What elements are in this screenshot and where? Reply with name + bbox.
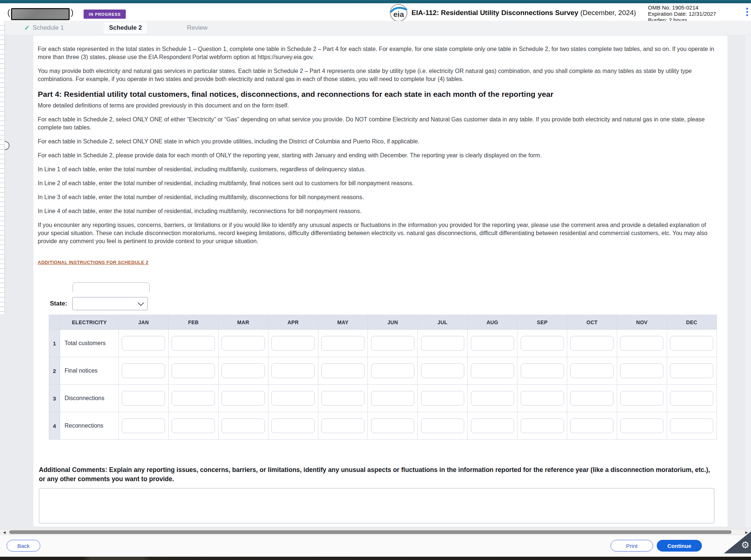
input-disconnections-apr[interactable] [271,391,315,406]
vertical-scrollbar[interactable] [745,35,751,527]
tab-label: Schedule 2 [109,24,142,32]
input-reconnections-mar[interactable] [221,418,265,433]
input-final-notices-oct[interactable] [570,363,613,378]
input-total-customers-oct[interactable] [570,336,613,351]
input-total-customers-nov[interactable] [620,336,663,351]
input-final-notices-sep[interactable] [521,363,564,378]
input-total-customers-jul[interactable] [421,336,464,351]
continue-button[interactable]: Continue [657,540,702,552]
month-cell [468,357,517,385]
input-disconnections-aug[interactable] [471,391,514,406]
scroll-left-arrow-icon[interactable]: ◀ [3,530,6,534]
input-final-notices-apr[interactable] [271,363,315,378]
month-cell [119,357,169,385]
month-cell [119,412,169,440]
month-cell [418,330,468,357]
input-reconnections-jan[interactable] [122,418,165,433]
input-final-notices-mar[interactable] [221,363,265,378]
instruction-paragraph: In Line 4 of each table, enter the total… [38,207,716,215]
part4-heading: Part 4: Residential utility total custom… [38,89,717,99]
gear-icon[interactable]: ⚙ [741,539,750,551]
horizontal-scrollbar[interactable] [0,529,751,535]
input-disconnections-feb[interactable] [172,391,215,406]
input-reconnections-jul[interactable] [421,418,464,433]
input-total-customers-feb[interactable] [172,336,215,351]
tab-label: Schedule 1 [33,24,64,32]
input-disconnections-jan[interactable] [122,391,165,406]
month-cell [318,385,368,412]
month-header-dec: DEC [667,315,717,330]
input-total-customers-apr[interactable] [271,336,315,351]
month-cell [617,385,667,412]
screen-bottom-edge [0,557,751,560]
month-cell [318,412,368,440]
input-final-notices-nov[interactable] [620,363,663,378]
additional-comments-textarea[interactable] [39,488,714,523]
input-final-notices-feb[interactable] [172,363,215,378]
month-cell [368,330,418,357]
month-cell [667,330,717,357]
instruction-paragraph: In Line 1 of each table, enter the total… [38,165,716,173]
input-total-customers-jun[interactable] [371,336,414,351]
input-disconnections-sep[interactable] [521,391,564,406]
tab-schedule-2[interactable]: Schedule 2 [104,22,147,34]
input-reconnections-feb[interactable] [172,418,215,433]
input-disconnections-jun[interactable] [371,391,414,406]
back-button[interactable]: Back [7,540,40,552]
input-final-notices-jul[interactable] [421,363,464,378]
status-badge: IN PROGRESS [84,10,126,19]
input-disconnections-oct[interactable] [570,391,613,406]
input-final-notices-jan[interactable] [122,363,165,378]
input-total-customers-may[interactable] [321,336,364,351]
chevron-down-icon [138,300,144,306]
side-panel-handle[interactable] [5,141,10,150]
input-total-customers-aug[interactable] [471,336,514,351]
month-cell [168,357,218,385]
survey-period: (December, 2024) [580,9,636,17]
month-cell [567,357,617,385]
input-reconnections-aug[interactable] [471,418,514,433]
input-reconnections-sep[interactable] [521,418,564,433]
month-cell [418,357,468,385]
omb-info: OMB No. 1905-0214 Expiration Date: 12/31… [648,4,716,23]
input-disconnections-mar[interactable] [221,391,265,406]
input-reconnections-may[interactable] [321,418,364,433]
input-reconnections-apr[interactable] [271,418,315,433]
horizontal-scrollbar-thumb[interactable] [9,530,732,534]
browser-top-strip [0,0,751,3]
month-cell [617,330,667,357]
state-select[interactable] [72,297,148,310]
window-paren-open: ( [7,8,10,17]
clipped-field-box [73,282,153,292]
input-final-notices-dec[interactable] [670,363,713,378]
input-total-customers-mar[interactable] [221,336,265,351]
input-total-customers-jan[interactable] [122,336,165,351]
input-final-notices-aug[interactable] [471,363,514,378]
month-cell [168,385,218,412]
month-header-sep: SEP [517,315,567,330]
input-reconnections-jun[interactable] [371,418,414,433]
input-reconnections-dec[interactable] [670,418,713,433]
input-disconnections-jul[interactable] [421,391,464,406]
input-disconnections-dec[interactable] [670,391,713,406]
tab-schedule-1[interactable]: ✓Schedule 1 [19,22,69,34]
input-disconnections-may[interactable] [321,391,364,406]
kebab-menu-icon[interactable] [744,6,750,19]
month-cell [268,330,318,357]
print-button[interactable]: Print [611,540,653,552]
input-total-customers-sep[interactable] [521,336,564,351]
month-cell [218,330,268,357]
input-total-customers-dec[interactable] [670,336,713,351]
additional-instructions-link[interactable]: ADDITIONAL INSTRUCTIONS FOR SCHEDULE 2 [38,260,149,265]
state-field-row: State: [50,297,717,310]
input-final-notices-jun[interactable] [371,363,414,378]
month-header-jul: JUL [418,315,468,330]
month-header-aug: AUG [468,315,517,330]
month-cell [268,412,318,440]
month-cell [218,385,268,412]
input-final-notices-may[interactable] [321,363,364,378]
input-reconnections-nov[interactable] [620,418,663,433]
input-reconnections-oct[interactable] [570,418,613,433]
input-disconnections-nov[interactable] [620,391,663,406]
tab-review[interactable]: Review [182,22,213,34]
